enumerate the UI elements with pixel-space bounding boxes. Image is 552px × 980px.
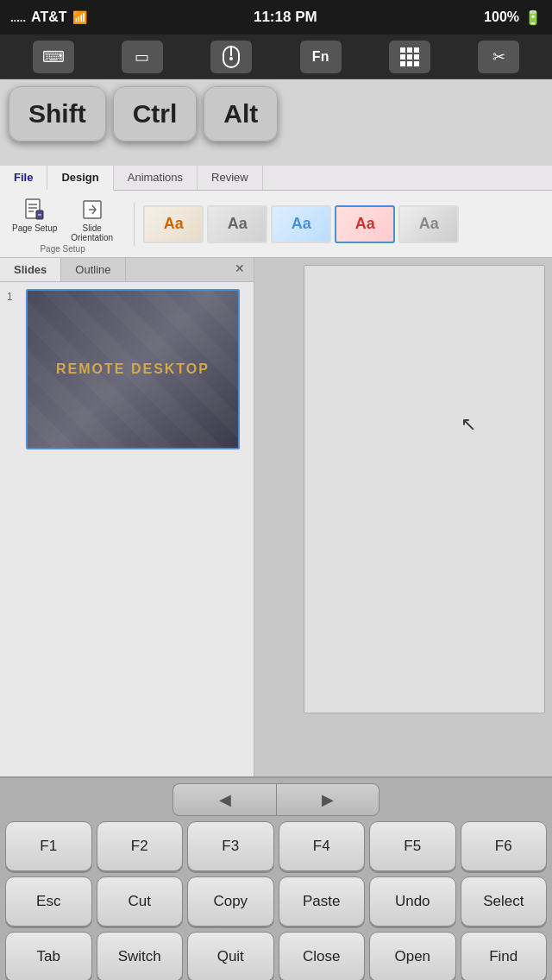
screen-button[interactable]: ▭ <box>122 41 163 73</box>
svg-rect-3 <box>400 47 405 53</box>
f6-key[interactable]: F6 <box>461 821 548 871</box>
ribbon-tabs: File Design Animations Review <box>0 166 552 191</box>
tab-file[interactable]: File <box>0 166 47 191</box>
tab-design[interactable]: Design <box>47 166 113 191</box>
find-key[interactable]: Find <box>461 932 548 980</box>
tab-animations[interactable]: Animations <box>114 166 198 190</box>
svg-rect-5 <box>414 47 419 53</box>
status-right: 100% 🔋 <box>484 9 542 26</box>
slides-panel: Slides Outline ✕ 1 REMOTE DESKTOP <box>0 258 254 776</box>
f2-key[interactable]: F2 <box>97 821 184 871</box>
keyboard-button[interactable]: ⌨ <box>33 41 74 73</box>
svg-rect-6 <box>400 54 405 60</box>
edit-key-row: Esc Cut Copy Paste Undo Select <box>5 876 547 927</box>
app-area: Shift Ctrl Alt File Design Animations Re… <box>0 79 552 776</box>
carrier-label: AT&T <box>31 9 66 25</box>
close-key[interactable]: Close <box>279 932 366 980</box>
cut-key[interactable]: Cut <box>97 876 184 927</box>
slides-panel-tabs: Slides Outline ✕ <box>0 258 254 282</box>
status-bar: ..... AT&T 📶 11:18 PM 100% 🔋 <box>0 0 552 35</box>
shift-key[interactable]: Shift <box>9 86 106 141</box>
signal-icon: ..... <box>10 11 26 24</box>
slide-item[interactable]: 1 REMOTE DESKTOP <box>7 289 247 449</box>
f4-key[interactable]: F4 <box>279 821 366 871</box>
page-setup-icon <box>21 196 48 223</box>
switch-key[interactable]: Switch <box>97 932 184 980</box>
theme-2[interactable]: Aa <box>207 205 267 243</box>
open-key[interactable]: Open <box>369 932 456 980</box>
tools-button[interactable]: ✂ <box>478 41 519 73</box>
battery-icon: 🔋 <box>524 9 542 26</box>
f1-key[interactable]: F1 <box>5 821 92 871</box>
select-key[interactable]: Select <box>461 876 548 927</box>
theme-3[interactable]: Aa <box>271 205 331 243</box>
f5-key[interactable]: F5 <box>369 821 456 871</box>
svg-rect-10 <box>407 61 412 66</box>
keyboard-area: ◀ ▶ F1 F2 F3 F4 F5 F6 Esc Cut Copy Paste… <box>0 776 552 980</box>
slide-orientation-button[interactable]: SlideOrientation <box>66 194 118 244</box>
undo-key[interactable]: Undo <box>369 876 456 927</box>
quit-key[interactable]: Quit <box>187 932 274 980</box>
grid-button[interactable] <box>389 41 430 73</box>
arrow-row: ◀ ▶ <box>5 783 547 816</box>
svg-point-2 <box>229 57 233 60</box>
slide-thumbnail[interactable]: REMOTE DESKTOP <box>26 289 240 449</box>
arrow-right-button[interactable]: ▶ <box>276 783 380 816</box>
theme-1[interactable]: Aa <box>143 205 204 243</box>
time-display: 11:18 PM <box>254 9 317 26</box>
tab-slides[interactable]: Slides <box>0 258 61 281</box>
esc-key[interactable]: Esc <box>5 876 92 927</box>
toolbar-row: ⌨ ▭ Fn ✂ <box>0 35 552 79</box>
tab-key[interactable]: Tab <box>5 932 92 980</box>
page-setup-group-label: Page Setup <box>7 244 118 254</box>
page-setup-button[interactable]: Page Setup <box>7 194 62 244</box>
f3-key[interactable]: F3 <box>187 821 274 871</box>
panel-close-button[interactable]: ✕ <box>226 258 254 281</box>
f-key-row: F1 F2 F3 F4 F5 F6 <box>5 821 547 871</box>
svg-rect-9 <box>400 61 405 66</box>
slides-list: 1 REMOTE DESKTOP <box>0 282 254 776</box>
ctrl-key[interactable]: Ctrl <box>113 86 198 141</box>
fn-button[interactable]: Fn <box>300 41 342 73</box>
ribbon: File Design Animations Review <box>0 166 552 258</box>
main-content: Slides Outline ✕ 1 REMOTE DESKTOP ↖ <box>0 258 552 776</box>
svg-rect-7 <box>407 54 412 60</box>
tab-outline[interactable]: Outline <box>61 258 125 281</box>
canvas-area: ↖ <box>254 258 552 776</box>
slide-orientation-icon <box>78 196 106 223</box>
slide-canvas <box>304 265 545 713</box>
svg-rect-4 <box>407 47 412 53</box>
slide-title: REMOTE DESKTOP <box>56 361 210 377</box>
ribbon-sep-1 <box>134 203 135 246</box>
modifier-keys-overlay: Shift Ctrl Alt <box>0 79 552 174</box>
alt-key[interactable]: Alt <box>204 86 278 141</box>
theme-5[interactable]: Aa <box>398 205 459 243</box>
paste-key[interactable]: Paste <box>279 876 366 927</box>
svg-rect-11 <box>414 61 419 66</box>
copy-key[interactable]: Copy <box>187 876 274 927</box>
tab-review[interactable]: Review <box>198 166 263 190</box>
mouse-button[interactable] <box>210 41 252 73</box>
page-setup-label: Page Setup <box>12 223 57 233</box>
status-left: ..... AT&T 📶 <box>10 9 87 25</box>
theme-4[interactable]: Aa <box>335 205 395 243</box>
ribbon-content: Page Setup SlideOrientation Pag <box>0 191 552 257</box>
arrow-left-button[interactable]: ◀ <box>172 783 276 816</box>
svg-rect-8 <box>414 54 419 60</box>
wifi-icon: 📶 <box>72 10 87 24</box>
slide-orientation-label: SlideOrientation <box>71 223 113 242</box>
battery-label: 100% <box>484 9 519 25</box>
slide-number: 1 <box>7 289 19 449</box>
nav-key-row: Tab Switch Quit Close Open Find <box>5 932 547 980</box>
